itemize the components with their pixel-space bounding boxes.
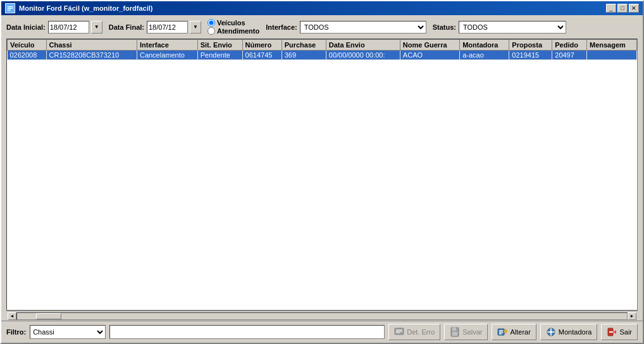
table-cell: 369	[282, 51, 326, 60]
filtro-input[interactable]	[109, 325, 385, 339]
alterar-button[interactable]: Alterar	[492, 324, 536, 340]
salvar-button[interactable]: Salvar	[444, 324, 488, 340]
radio-atendimento[interactable]	[207, 27, 215, 35]
montadora-button[interactable]: Montadora	[540, 324, 598, 340]
data-inicial-label: Data Inicial:	[6, 23, 46, 31]
main-window: Monitor Ford Fácil (w_monitor_fordfacil)…	[0, 0, 644, 344]
salvar-label: Salvar	[462, 328, 482, 336]
table-cell	[586, 51, 636, 60]
svg-rect-25	[609, 331, 613, 333]
svg-rect-1	[8, 6, 13, 8]
interface-group: Interface: TODOS	[266, 21, 426, 34]
data-final-input[interactable]	[147, 21, 188, 34]
table-cell: 0614745	[242, 51, 282, 60]
footer: Filtro: Chassi Veículo Número Det. Erro	[1, 321, 643, 343]
table-cell: a-acao	[460, 51, 509, 60]
sair-label: Sair	[619, 328, 632, 336]
minimize-button[interactable]: _	[606, 4, 616, 13]
radio-veiculos-label: Veículos	[217, 19, 245, 27]
svg-rect-3	[8, 9, 11, 11]
table-container: Veículo Chassi Interface Sit. Envio Núme…	[6, 39, 638, 310]
status-label: Status:	[433, 23, 456, 31]
interface-select[interactable]: TODOS	[300, 21, 426, 34]
col-pedido: Pedido	[552, 40, 587, 51]
svg-point-18	[550, 331, 552, 333]
radio-group: Veículos Atendimento	[207, 19, 259, 35]
table-cell: 20497	[552, 51, 587, 60]
table-cell: Pendente	[197, 51, 242, 60]
maximize-button[interactable]: □	[617, 4, 628, 13]
montadora-label: Montadora	[559, 328, 592, 336]
col-data-envio: Data Envio	[326, 40, 400, 51]
col-interface: Interface	[137, 40, 197, 51]
table-row[interactable]: 0262008CR1528208CB373210CancelamentoPend…	[8, 51, 637, 60]
sair-icon	[607, 327, 617, 337]
radio-veiculos[interactable]	[207, 19, 215, 27]
table-cell: 0219415	[509, 51, 552, 60]
main-content: Veículo Chassi Interface Sit. Envio Núme…	[1, 39, 643, 310]
det-erro-icon	[394, 327, 404, 337]
data-final-dropdown[interactable]: ▼	[190, 21, 201, 34]
col-numero: Número	[242, 40, 282, 51]
data-final-label: Data Final:	[109, 23, 144, 31]
data-inicial-dropdown[interactable]: ▼	[91, 21, 102, 34]
table-cell: CR1528208CB373210	[46, 51, 137, 60]
scroll-left-btn[interactable]: ◄	[8, 312, 16, 320]
h-scroll-thumb[interactable]	[36, 313, 61, 319]
col-sit-envio: Sit. Envio	[197, 40, 242, 51]
col-purchase: Purchase	[282, 40, 326, 51]
interface-label: Interface:	[266, 23, 297, 31]
window-icon	[5, 3, 15, 13]
window-title: Monitor Ford Fácil (w_monitor_fordfacil)	[19, 4, 152, 12]
col-proposta: Proposta	[509, 40, 552, 51]
radio-atendimento-label: Atendimento	[217, 27, 259, 35]
scrollbar-area: ◄ ►	[6, 310, 638, 321]
data-inicial-group: Data Inicial: ▼	[6, 21, 102, 34]
status-group: Status: TODOS	[433, 21, 566, 34]
sair-button[interactable]: Sair	[601, 324, 638, 340]
col-chassi: Chassi	[46, 40, 137, 51]
radio-atendimento-item: Atendimento	[207, 27, 259, 35]
salvar-icon	[450, 327, 460, 337]
h-scrollbar[interactable]	[16, 312, 628, 320]
toolbar: Data Inicial: ▼ Data Final: ▼ Veículos A…	[1, 15, 643, 39]
scroll-right-btn[interactable]: ►	[628, 312, 636, 320]
col-veiculo: Veículo	[8, 40, 47, 51]
svg-rect-10	[452, 332, 457, 336]
det-erro-label: Det. Erro	[407, 328, 435, 336]
alterar-icon	[497, 327, 507, 337]
status-select[interactable]: TODOS	[459, 21, 566, 34]
table-cell: 0262008	[8, 51, 47, 60]
svg-rect-9	[452, 328, 456, 331]
col-montadora: Montadora	[460, 40, 509, 51]
table-cell: Cancelamento	[137, 51, 197, 60]
radio-veiculos-item: Veículos	[207, 19, 259, 27]
montadora-icon	[546, 327, 556, 337]
col-nome-guerra: Nome Guerra	[400, 40, 459, 51]
title-bar: Monitor Ford Fácil (w_monitor_fordfacil)…	[1, 1, 643, 15]
svg-rect-2	[8, 8, 13, 9]
filtro-select[interactable]: Chassi Veículo Número	[30, 325, 106, 339]
data-final-group: Data Final: ▼	[109, 21, 201, 34]
col-mensagem: Mensagem	[586, 40, 636, 51]
det-erro-button[interactable]: Det. Erro	[388, 324, 440, 340]
table-cell: ACAO	[400, 51, 459, 60]
data-table: Veículo Chassi Interface Sit. Envio Núme…	[7, 39, 637, 60]
table-header-row: Veículo Chassi Interface Sit. Envio Núme…	[8, 40, 637, 51]
close-button[interactable]: ✕	[629, 4, 639, 13]
filtro-label: Filtro:	[6, 328, 26, 336]
table-cell: 00/00/0000 00:00:	[326, 51, 400, 60]
alterar-label: Alterar	[510, 328, 530, 336]
data-inicial-input[interactable]	[48, 21, 89, 34]
svg-marker-24	[613, 330, 616, 334]
